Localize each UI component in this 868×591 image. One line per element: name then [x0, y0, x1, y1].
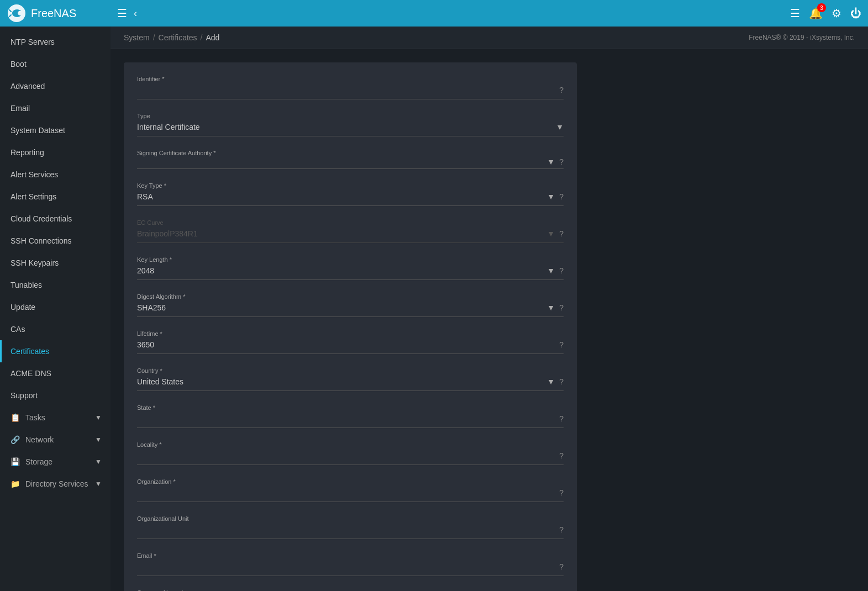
tasks-icon[interactable]: ☰	[790, 7, 800, 20]
breadcrumb-add: Add	[206, 33, 220, 42]
sidebar-item-label: Boot	[10, 60, 27, 68]
country-dropdown-icon[interactable]: ▼	[547, 377, 555, 386]
org-unit-help-icon[interactable]: ?	[559, 525, 564, 534]
sidebar-item-cloud-credentials[interactable]: Cloud Credentials	[0, 208, 111, 230]
state-row: ?	[137, 412, 564, 428]
sidebar-item-reporting[interactable]: Reporting	[0, 141, 111, 163]
signing-ca-dropdown-icon[interactable]: ▼	[547, 157, 555, 166]
identifier-input[interactable]	[137, 83, 555, 97]
sidebar-item-cas[interactable]: CAs	[0, 318, 111, 340]
notifications-icon[interactable]: 🔔 3	[809, 7, 823, 20]
breadcrumb-sep-1: /	[153, 33, 155, 42]
sidebar-section-network[interactable]: 🔗 Network ▼	[0, 429, 111, 451]
signing-ca-help-icon[interactable]: ?	[559, 157, 564, 166]
key-length-value: 2048	[137, 264, 545, 277]
copyright-text: FreeNAS® © 2019 - iXsystems, Inc.	[749, 34, 855, 41]
sidebar-item-certificates[interactable]: Certificates	[0, 340, 111, 362]
sidebar-item-boot[interactable]: Boot	[0, 53, 111, 75]
key-type-field: Key Type * RSA ▼ ?	[137, 182, 564, 206]
power-icon[interactable]: ⏻	[850, 7, 861, 20]
country-row: United States ▼ ?	[137, 375, 564, 391]
email-help-icon[interactable]: ?	[559, 562, 564, 571]
breadcrumb-certificates[interactable]: Certificates	[159, 33, 197, 42]
sidebar-item-label: Tunables	[10, 281, 42, 289]
sidebar-item-label: Alert Services	[10, 170, 58, 179]
key-type-dropdown-icon[interactable]: ▼	[547, 192, 555, 201]
network-section-icon: 🔗	[10, 435, 20, 444]
sidebar-section-label: Network	[25, 435, 54, 444]
organization-help-icon[interactable]: ?	[559, 488, 564, 497]
sidebar-item-label: Alert Settings	[10, 192, 56, 201]
type-dropdown-icon[interactable]: ▼	[556, 123, 564, 131]
form-card: Identifier * ? Type Internal Certificate…	[124, 62, 577, 591]
org-unit-input[interactable]	[137, 523, 555, 536]
org-unit-field: Organizational Unit ?	[137, 515, 564, 539]
email-input[interactable]	[137, 560, 555, 573]
lifetime-input[interactable]	[137, 338, 555, 351]
state-label: State *	[137, 404, 564, 411]
settings-icon[interactable]: ⚙	[832, 7, 841, 20]
type-field: Type Internal Certificate ▼	[137, 113, 564, 136]
main-layout: NTP Servers Boot Advanced Email System D…	[0, 27, 868, 591]
sidebar-item-ntp-servers[interactable]: NTP Servers	[0, 31, 111, 53]
breadcrumb: System / Certificates / Add	[124, 33, 219, 42]
organization-input[interactable]	[137, 486, 555, 499]
sidebar-section-tasks[interactable]: 📋 Tasks ▼	[0, 407, 111, 429]
key-type-row: RSA ▼ ?	[137, 190, 564, 206]
sidebar-item-tunables[interactable]: Tunables	[0, 274, 111, 296]
locality-input[interactable]	[137, 449, 555, 462]
locality-help-icon[interactable]: ?	[559, 451, 564, 460]
lifetime-help-icon[interactable]: ?	[559, 340, 564, 349]
back-arrow[interactable]: ‹	[134, 8, 137, 19]
country-label: Country *	[137, 367, 564, 374]
sidebar-item-acme-dns[interactable]: ACME DNS	[0, 362, 111, 384]
sidebar-section-storage[interactable]: 💾 Storage ▼	[0, 451, 111, 473]
hamburger-menu[interactable]: ☰	[117, 7, 127, 20]
breadcrumb-system[interactable]: System	[124, 33, 150, 42]
sidebar-section-directory-services[interactable]: 📁 Directory Services ▼	[0, 473, 111, 495]
key-length-help-icon[interactable]: ?	[559, 266, 564, 275]
key-length-dropdown-icon[interactable]: ▼	[547, 266, 555, 275]
ec-curve-field: EC Curve BrainpoolP384R1 ▼ ?	[137, 219, 564, 243]
country-value: United States	[137, 375, 545, 388]
state-help-icon[interactable]: ?	[559, 414, 564, 423]
breadcrumb-bar: System / Certificates / Add FreeNAS® © 2…	[111, 27, 868, 49]
digest-algorithm-dropdown-icon[interactable]: ▼	[547, 303, 555, 312]
sidebar-item-label: Advanced	[10, 82, 45, 91]
breadcrumb-sep-2: /	[201, 33, 203, 42]
digest-algorithm-help-icon[interactable]: ?	[559, 303, 564, 312]
header-right: ☰ 🔔 3 ⚙ ⏻	[790, 7, 861, 20]
sidebar-item-alert-settings[interactable]: Alert Settings	[0, 186, 111, 208]
sidebar-item-advanced[interactable]: Advanced	[0, 75, 111, 97]
signing-ca-label: Signing Certificate Authority *	[137, 150, 564, 156]
sidebar-item-ssh-connections[interactable]: SSH Connections	[0, 230, 111, 252]
sidebar-item-ssh-keypairs[interactable]: SSH Keypairs	[0, 252, 111, 274]
logo-area: FreeNAS	[7, 3, 117, 23]
sidebar-item-label: CAs	[10, 325, 25, 334]
country-help-icon[interactable]: ?	[559, 377, 564, 386]
sidebar-item-alert-services[interactable]: Alert Services	[0, 163, 111, 186]
ec-curve-value: BrainpoolP384R1	[137, 227, 545, 240]
sidebar-section-label: Storage	[25, 457, 52, 466]
signing-ca-field: Signing Certificate Authority * ▼ ?	[137, 150, 564, 169]
locality-row: ?	[137, 449, 564, 465]
identifier-help-icon[interactable]: ?	[559, 86, 564, 94]
directory-expand-icon: ▼	[95, 480, 102, 488]
sidebar-item-system-dataset[interactable]: System Dataset	[0, 119, 111, 141]
key-type-help-icon[interactable]: ?	[559, 192, 564, 201]
digest-algorithm-row: SHA256 ▼ ?	[137, 301, 564, 317]
ec-curve-help-icon[interactable]: ?	[559, 229, 564, 238]
sidebar-item-support[interactable]: Support	[0, 384, 111, 407]
sidebar-item-email[interactable]: Email	[0, 97, 111, 119]
sidebar-item-label: Cloud Credentials	[10, 214, 72, 223]
svg-point-1	[19, 11, 20, 13]
state-input[interactable]	[137, 412, 555, 425]
sidebar-item-label: System Dataset	[10, 126, 65, 135]
tasks-expand-icon: ▼	[95, 414, 102, 421]
sidebar-section-label: Directory Services	[25, 479, 88, 488]
sidebar-item-update[interactable]: Update	[0, 296, 111, 318]
sidebar-item-label: Update	[10, 303, 35, 312]
ec-curve-dropdown-icon: ▼	[547, 229, 555, 238]
sidebar-item-label: ACME DNS	[10, 369, 51, 378]
sidebar-item-label: NTP Servers	[10, 38, 55, 46]
